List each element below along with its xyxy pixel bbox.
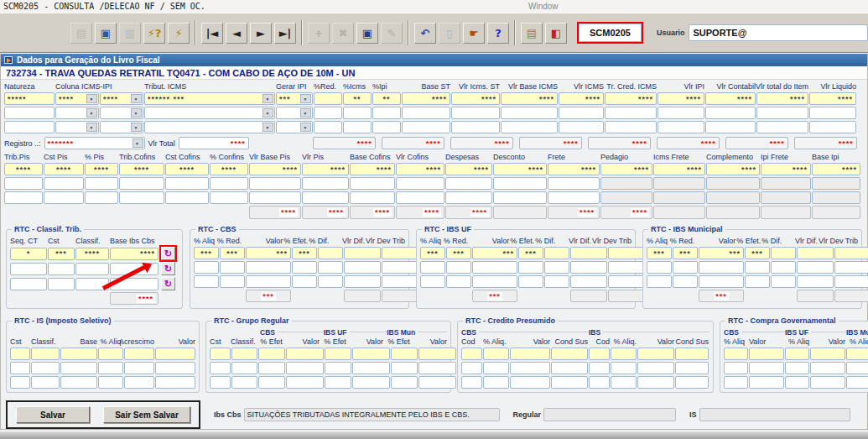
field-cell[interactable] [785, 348, 809, 360]
field-cell[interactable] [756, 121, 808, 133]
field-cell[interactable] [10, 278, 47, 290]
field-cell[interactable]: **** [501, 92, 558, 105]
menu-icon[interactable]: ▤ [521, 23, 543, 44]
field-cell[interactable] [749, 376, 784, 389]
field-cell[interactable] [611, 348, 637, 360]
field-cell[interactable] [110, 263, 159, 275]
field-cell[interactable] [343, 107, 372, 119]
field-cell[interactable] [461, 362, 482, 374]
field-cell[interactable]: **** [302, 163, 349, 175]
field-cell[interactable] [258, 348, 285, 360]
field-cell[interactable] [286, 348, 324, 360]
field-cell[interactable]: **** [445, 163, 492, 175]
field-cell[interactable] [809, 121, 856, 133]
field-cell[interactable] [445, 177, 492, 190]
field-cell[interactable] [797, 275, 834, 288]
field-cell[interactable] [10, 376, 30, 389]
field-cell[interactable] [44, 177, 84, 190]
field-cell[interactable] [314, 92, 342, 105]
field-cell[interactable] [210, 177, 248, 190]
field-cell[interactable] [258, 362, 285, 374]
field-cell[interactable] [461, 348, 482, 360]
field-cell[interactable] [551, 348, 588, 360]
field-cell[interactable]: *** [276, 92, 313, 105]
field-cell[interactable] [344, 275, 381, 288]
field-cell[interactable]: **** [493, 163, 547, 175]
field-cell[interactable] [352, 362, 390, 374]
undo-icon[interactable]: ↶ [414, 23, 436, 44]
field-cell[interactable] [589, 362, 610, 374]
first-record-icon[interactable]: |◄ [201, 23, 223, 44]
field-cell[interactable] [210, 376, 231, 389]
field-cell[interactable]: **** [100, 92, 143, 105]
field-cell[interactable] [749, 348, 784, 360]
field-cell[interactable] [418, 376, 456, 389]
field-cell[interactable] [756, 107, 808, 119]
field-cell[interactable] [210, 348, 231, 360]
field-cell[interactable] [165, 191, 209, 204]
field-cell[interactable] [461, 376, 482, 389]
field-cell[interactable] [155, 376, 195, 389]
field-cell[interactable]: *** [518, 247, 543, 259]
sair-sem-salvar-button[interactable]: Sair Sem Salvar [103, 406, 190, 423]
field-cell[interactable]: *** [292, 247, 317, 259]
field-cell[interactable] [155, 348, 195, 360]
field-cell[interactable] [605, 121, 657, 133]
field-cell[interactable]: **** [119, 163, 164, 175]
field-cell[interactable] [418, 348, 456, 360]
field-cell[interactable]: **** [548, 163, 600, 175]
field-cell[interactable] [570, 275, 607, 288]
field-cell[interactable] [318, 247, 343, 259]
field-cell[interactable] [761, 177, 811, 190]
field-cell[interactable] [653, 177, 705, 190]
field-cell[interactable]: **** [350, 163, 395, 175]
field-cell[interactable]: **** [451, 92, 500, 105]
registro-combobox[interactable]: ******* [44, 137, 145, 149]
field-cell[interactable]: **** [756, 92, 808, 105]
field-cell[interactable]: **** [600, 163, 652, 175]
field-cell[interactable]: **** [165, 163, 209, 175]
field-cell[interactable] [75, 278, 109, 290]
field-cell[interactable] [391, 362, 418, 374]
field-cell[interactable] [600, 177, 652, 190]
save-icon[interactable]: ▤ [70, 23, 92, 44]
field-cell[interactable] [647, 261, 672, 274]
field-cell[interactable] [391, 376, 418, 389]
field-cell[interactable] [10, 362, 30, 374]
exit-icon[interactable]: ◧ [545, 23, 567, 44]
field-cell[interactable] [510, 362, 550, 374]
field-cell[interactable] [249, 191, 301, 204]
field-cell[interactable] [98, 362, 123, 374]
field-cell[interactable] [258, 376, 285, 389]
field-cell[interactable] [350, 177, 395, 190]
field-cell[interactable] [673, 275, 698, 288]
field-cell[interactable]: **** [605, 92, 657, 105]
field-cell[interactable] [675, 362, 709, 374]
field-cell[interactable] [518, 261, 543, 274]
field-cell[interactable] [48, 278, 75, 290]
field-cell[interactable] [483, 348, 509, 360]
field-cell[interactable] [771, 247, 796, 259]
field-cell[interactable]: **** [4, 163, 43, 175]
field-cell[interactable] [611, 376, 637, 389]
field-cell[interactable] [657, 121, 704, 133]
field-cell[interactable] [60, 376, 97, 389]
field-cell[interactable] [85, 191, 118, 204]
field-cell[interactable] [551, 362, 588, 374]
field-cell[interactable] [220, 275, 245, 288]
field-cell[interactable] [119, 177, 164, 190]
field-cell[interactable] [483, 362, 509, 374]
clear-record-icon[interactable]: ✎ [381, 23, 403, 44]
field-cell[interactable] [445, 191, 492, 204]
field-cell[interactable] [98, 376, 123, 389]
field-cell[interactable] [246, 275, 291, 288]
field-cell[interactable] [60, 348, 97, 360]
field-cell[interactable] [44, 191, 84, 204]
field-cell[interactable] [286, 362, 324, 374]
previous-record-icon[interactable]: ◄ [226, 23, 247, 44]
field-cell[interactable] [420, 261, 445, 274]
field-cell[interactable] [325, 376, 351, 389]
field-cell[interactable] [100, 121, 143, 133]
field-cell[interactable]: *** [246, 247, 291, 259]
field-cell[interactable] [350, 191, 395, 204]
